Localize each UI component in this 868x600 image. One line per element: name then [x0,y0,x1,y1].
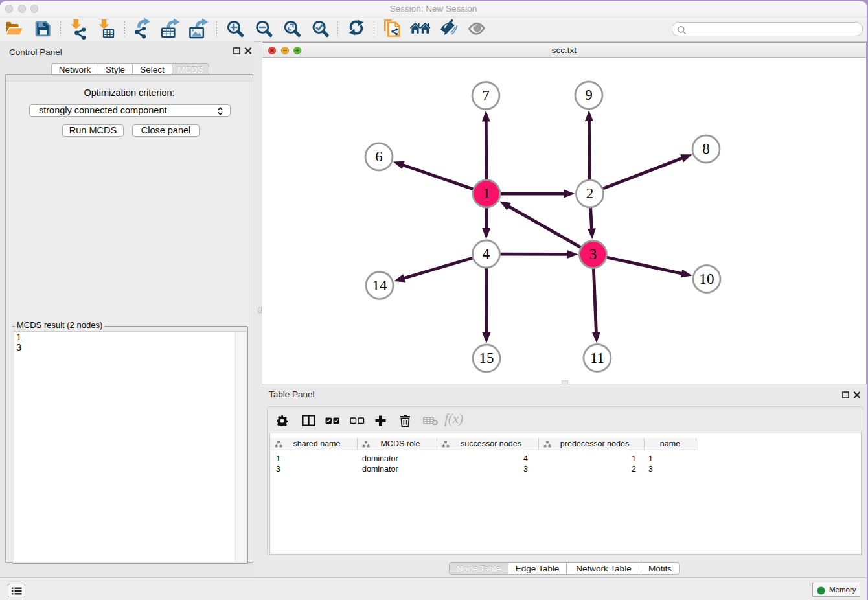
svg-text:15: 15 [479,350,494,366]
svg-text:10: 10 [700,271,714,287]
svg-text:2: 2 [586,185,594,202]
svg-text:9: 9 [585,87,593,103]
svg-text:8: 8 [702,141,710,157]
svg-text:4: 4 [483,246,490,262]
svg-text:11: 11 [590,350,604,366]
svg-text:7: 7 [482,87,490,104]
svg-text:6: 6 [375,148,383,165]
svg-text:3: 3 [589,246,597,262]
svg-text:1: 1 [483,185,490,202]
svg-text:14: 14 [372,277,388,294]
